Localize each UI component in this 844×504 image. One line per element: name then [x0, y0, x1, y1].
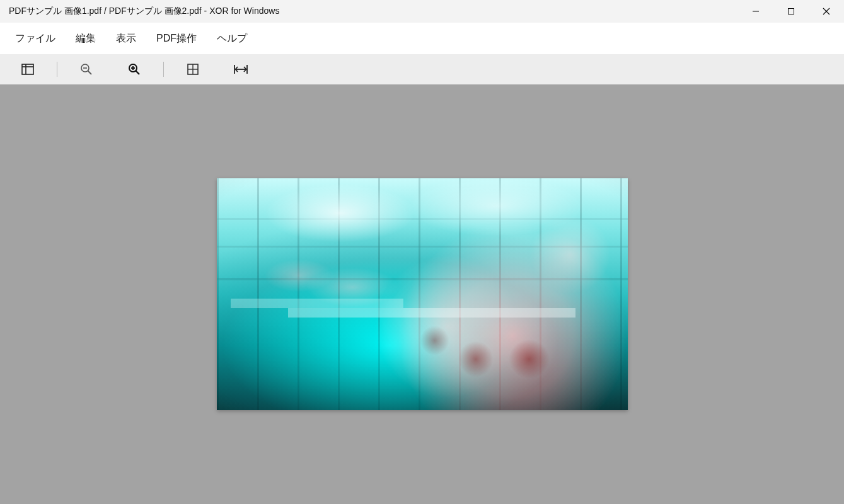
menubar: ファイル 編集 表示 PDF操作 ヘルプ	[0, 23, 844, 54]
zoom-out-icon	[79, 62, 93, 76]
svg-line-11	[136, 71, 140, 75]
minimize-button[interactable]	[738, 0, 773, 23]
zoom-out-button[interactable]	[71, 54, 101, 84]
minimize-icon	[752, 8, 760, 15]
fit-width-button[interactable]	[226, 54, 256, 84]
document-viewport[interactable]	[0, 84, 844, 504]
zoom-in-button[interactable]	[119, 54, 149, 84]
toolbar-separator	[57, 62, 57, 77]
svg-rect-4	[22, 64, 33, 74]
fit-page-icon	[186, 62, 200, 76]
menu-pdf[interactable]: PDF操作	[146, 28, 207, 49]
fit-width-icon	[233, 62, 248, 76]
image-layer-vignette	[217, 178, 628, 410]
close-button[interactable]	[809, 0, 844, 23]
window-title: PDFサンプル 画像1.pdf / PDFサンプル 画像2.pdf - XOR …	[9, 6, 279, 17]
close-icon	[823, 8, 830, 15]
window-controls	[738, 0, 844, 23]
maximize-icon	[787, 8, 795, 15]
menu-edit[interactable]: 編集	[66, 28, 106, 49]
menu-help[interactable]: ヘルプ	[207, 28, 257, 49]
zoom-in-icon	[127, 62, 141, 76]
toolbar-separator	[163, 62, 164, 77]
maximize-button[interactable]	[773, 0, 809, 23]
menu-view[interactable]: 表示	[106, 28, 146, 49]
menu-file[interactable]: ファイル	[5, 28, 66, 49]
svg-line-8	[88, 71, 92, 75]
side-panel-icon	[21, 62, 35, 76]
fit-page-button[interactable]	[178, 54, 208, 84]
titlebar: PDFサンプル 画像1.pdf / PDFサンプル 画像2.pdf - XOR …	[0, 0, 844, 23]
svg-rect-1	[789, 9, 794, 14]
side-panel-button[interactable]	[13, 54, 43, 84]
document-image	[217, 178, 628, 410]
toolbar	[0, 54, 844, 84]
